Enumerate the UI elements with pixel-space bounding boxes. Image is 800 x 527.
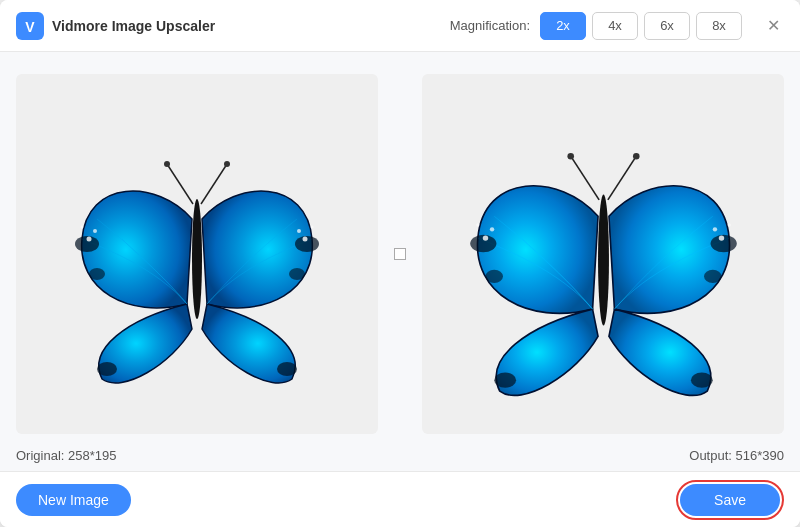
save-button[interactable]: Save xyxy=(680,484,780,516)
output-butterfly-image xyxy=(461,107,746,402)
svg-point-15 xyxy=(303,237,308,242)
original-butterfly-image xyxy=(67,119,327,389)
svg-line-22 xyxy=(607,156,635,200)
magnification-buttons: 2x 4x 6x 8x xyxy=(540,12,742,40)
mag-btn-8x[interactable]: 8x xyxy=(696,12,742,40)
svg-point-2 xyxy=(192,199,202,319)
original-image-panel xyxy=(16,74,378,434)
svg-point-16 xyxy=(297,229,301,233)
svg-point-11 xyxy=(289,268,305,280)
svg-text:V: V xyxy=(25,19,35,35)
svg-point-30 xyxy=(482,235,487,240)
svg-point-8 xyxy=(89,268,105,280)
svg-point-29 xyxy=(690,372,712,387)
svg-point-26 xyxy=(494,372,516,387)
svg-point-19 xyxy=(598,194,609,325)
compare-square xyxy=(394,248,406,260)
divider-column xyxy=(390,248,410,260)
info-bar: Original: 258*195 Output: 516*390 xyxy=(16,440,784,471)
svg-point-25 xyxy=(485,269,502,282)
svg-line-20 xyxy=(570,156,598,200)
svg-point-32 xyxy=(718,235,723,240)
svg-point-4 xyxy=(164,161,170,167)
svg-point-6 xyxy=(224,161,230,167)
mag-btn-6x[interactable]: 6x xyxy=(644,12,690,40)
svg-point-33 xyxy=(712,227,716,231)
svg-point-35 xyxy=(476,223,479,226)
svg-point-14 xyxy=(93,229,97,233)
bottom-bar: New Image Save xyxy=(0,471,800,527)
images-row xyxy=(16,68,784,440)
magnification-label: Magnification: xyxy=(450,18,530,33)
close-button[interactable]: ✕ xyxy=(762,15,784,37)
save-button-wrapper: Save xyxy=(676,480,784,520)
svg-line-5 xyxy=(201,164,227,204)
mag-btn-2x[interactable]: 2x xyxy=(540,12,586,40)
mag-btn-4x[interactable]: 4x xyxy=(592,12,638,40)
new-image-button[interactable]: New Image xyxy=(16,484,131,516)
output-info: Output: 516*390 xyxy=(689,448,784,463)
app-icon: V xyxy=(16,12,44,40)
content-area: Original: 258*195 Output: 516*390 xyxy=(0,52,800,471)
svg-point-34 xyxy=(727,223,730,226)
svg-point-13 xyxy=(87,237,92,242)
original-info: Original: 258*195 xyxy=(16,448,116,463)
svg-line-3 xyxy=(167,164,193,204)
svg-point-23 xyxy=(633,152,640,159)
app-window: V Vidmore Image Upscaler Magnification: … xyxy=(0,0,800,527)
svg-point-31 xyxy=(489,227,493,231)
title-bar: V Vidmore Image Upscaler Magnification: … xyxy=(0,0,800,52)
svg-point-9 xyxy=(97,362,117,376)
svg-point-17 xyxy=(311,226,314,229)
svg-point-12 xyxy=(277,362,297,376)
output-image-panel xyxy=(422,74,784,434)
svg-point-18 xyxy=(81,226,84,229)
svg-point-21 xyxy=(567,152,574,159)
app-title: Vidmore Image Upscaler xyxy=(52,18,215,34)
svg-point-28 xyxy=(704,269,721,282)
